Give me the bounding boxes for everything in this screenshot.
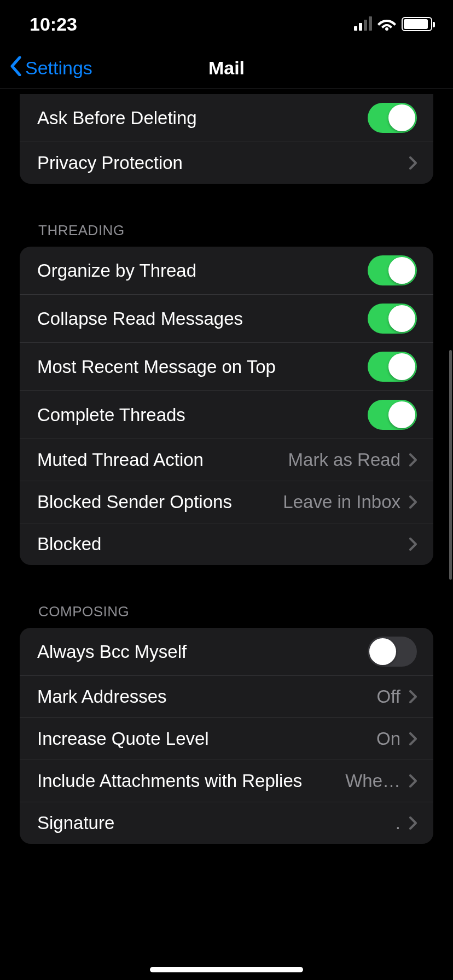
group-header-threading: THREADING [20, 184, 433, 247]
toggle-switch[interactable] [368, 103, 417, 133]
row-label: Increase Quote Level [37, 728, 376, 749]
chevron-right-icon [409, 453, 417, 466]
settings-group-threading: Organize by Thread Collapse Read Message… [20, 247, 433, 565]
svg-point-0 [385, 27, 388, 31]
chevron-right-icon [409, 732, 417, 745]
status-time: 10:23 [30, 14, 77, 35]
settings-group-composing: Always Bcc Myself Mark Addresses Off Inc… [20, 628, 433, 844]
row-blocked-sender-options[interactable]: Blocked Sender Options Leave in Inbox [20, 481, 433, 523]
chevron-right-icon [409, 495, 417, 509]
row-value: Mark as Read [288, 450, 400, 470]
toggle-switch[interactable] [368, 352, 417, 382]
row-collapse-read-messages[interactable]: Collapse Read Messages [20, 294, 433, 342]
row-value: Whe… [345, 771, 400, 791]
chevron-right-icon [409, 774, 417, 788]
status-bar: 10:23 [0, 0, 453, 48]
row-mark-addresses[interactable]: Mark Addresses Off [20, 675, 433, 718]
battery-icon [402, 17, 432, 31]
row-label: Include Attachments with Replies [37, 771, 345, 791]
chevron-right-icon [409, 690, 417, 703]
content: Ask Before Deleting Privacy Protection T… [0, 94, 453, 899]
wifi-icon [378, 18, 396, 31]
row-label: Blocked [37, 534, 400, 555]
chevron-right-icon [409, 538, 417, 551]
chevron-right-icon [409, 816, 417, 830]
row-label: Privacy Protection [37, 153, 400, 173]
chevron-left-icon [10, 56, 22, 80]
row-complete-threads[interactable]: Complete Threads [20, 390, 433, 439]
back-button[interactable]: Settings [10, 56, 92, 80]
row-privacy-protection[interactable]: Privacy Protection [20, 142, 433, 184]
row-value: Off [377, 686, 400, 707]
row-label: Collapse Read Messages [37, 308, 368, 329]
row-value: . [396, 813, 400, 833]
row-label: Complete Threads [37, 405, 368, 425]
row-always-bcc-myself[interactable]: Always Bcc Myself [20, 628, 433, 675]
row-organize-by-thread[interactable]: Organize by Thread [20, 247, 433, 294]
row-label: Muted Thread Action [37, 450, 288, 470]
row-label: Signature [37, 813, 396, 833]
row-value: On [376, 728, 400, 749]
status-icons [354, 17, 432, 31]
settings-group: Ask Before Deleting Privacy Protection [20, 94, 433, 184]
nav-bar: Settings Mail [0, 48, 453, 89]
row-muted-thread-action[interactable]: Muted Thread Action Mark as Read [20, 439, 433, 481]
row-include-attachments[interactable]: Include Attachments with Replies Whe… [20, 760, 433, 802]
cellular-icon [354, 18, 372, 31]
row-label: Most Recent Message on Top [37, 357, 368, 377]
group-header-composing: COMPOSING [20, 565, 433, 628]
toggle-switch[interactable] [368, 304, 417, 334]
row-increase-quote-level[interactable]: Increase Quote Level On [20, 718, 433, 760]
row-most-recent-on-top[interactable]: Most Recent Message on Top [20, 342, 433, 390]
scroll-indicator[interactable] [449, 350, 452, 580]
row-signature[interactable]: Signature . [20, 802, 433, 844]
row-ask-before-deleting[interactable]: Ask Before Deleting [20, 94, 433, 142]
toggle-switch[interactable] [368, 400, 417, 430]
row-label: Mark Addresses [37, 686, 377, 707]
row-label: Organize by Thread [37, 260, 368, 281]
row-label: Ask Before Deleting [37, 108, 368, 129]
row-label: Always Bcc Myself [37, 641, 368, 662]
toggle-switch[interactable] [368, 255, 417, 285]
back-label: Settings [25, 57, 92, 79]
home-indicator[interactable] [150, 967, 303, 972]
chevron-right-icon [409, 156, 417, 170]
toggle-switch[interactable] [368, 637, 417, 667]
row-label: Blocked Sender Options [37, 492, 283, 512]
row-value: Leave in Inbox [283, 492, 400, 512]
row-blocked[interactable]: Blocked [20, 523, 433, 565]
